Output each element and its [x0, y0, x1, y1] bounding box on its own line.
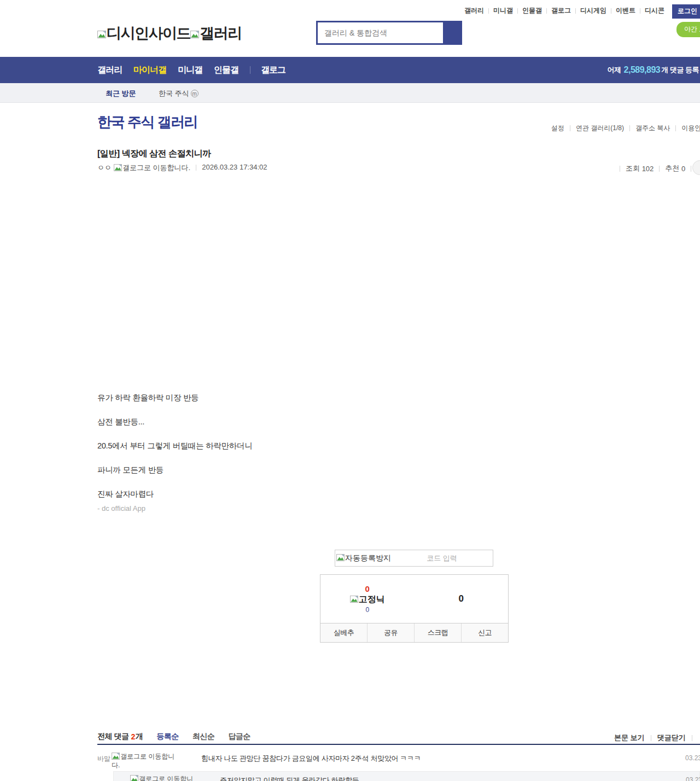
author-gallog-link[interactable]: 갤로그로 이동합니다. — [114, 163, 190, 173]
captcha-image: 자동등록방지 — [336, 553, 391, 563]
divider — [250, 66, 250, 74]
post-meta: ㅇㅇ 갤로그로 이동합니다. 2026.03.23 17:34:02 — [97, 163, 267, 173]
divider — [575, 8, 576, 14]
logo-text-dcinside: 디시인사이드 — [107, 24, 190, 43]
fixed-nick-count: 0 — [320, 606, 415, 614]
sort-newest-tab[interactable]: 최신순 — [192, 732, 215, 742]
comment-row: 바말 갤로그로 이동합니다. 힘내자 나도 관망단 꿈참다가 금요일에 사자마자… — [97, 753, 700, 769]
divider — [611, 8, 611, 14]
topbar-links: 갤러리 미니갤 인물갤 갤로그 디시게임 이벤트 디시콘 — [464, 6, 664, 15]
topbar-link-event[interactable]: 이벤트 — [616, 6, 635, 15]
comments-header: 전체 댓글 2 개 등록순 최신순 답글순 — [97, 732, 250, 742]
scrap-button[interactable]: 스크랩 — [414, 623, 461, 642]
nav-item-person-gallery[interactable]: 인물갤 — [214, 65, 238, 76]
usage-guide-link[interactable]: 이용안내 — [681, 124, 700, 133]
view-post-link[interactable]: 본문 보기 — [614, 733, 645, 743]
site-logo[interactable]: 디시인사이드 갤러리 — [97, 24, 242, 43]
captcha-input[interactable] — [391, 551, 493, 566]
post-paragraph: 진짜 살자마렵다 — [97, 489, 154, 499]
post-date: 2026.03.23 17:34:02 — [202, 163, 267, 171]
search-box — [316, 21, 462, 45]
recent-visit-label[interactable]: 최근 방문 — [106, 89, 136, 98]
recommend-label: 추천 — [665, 164, 679, 173]
comments-total-label: 전체 댓글 — [97, 732, 129, 742]
breadcrumb-gallery-link[interactable]: 한국 주식 m — [159, 89, 199, 98]
broken-image-icon — [114, 164, 122, 173]
divider — [517, 8, 518, 14]
views-count: 102 — [642, 165, 654, 173]
nav-item-gallery[interactable]: 갤러리 — [97, 65, 122, 76]
breadcrumb: 최근 방문 한국 주식 m — [0, 83, 700, 103]
logo-text-gallery: 갤러리 — [200, 24, 242, 43]
stats-suffix: 개 댓글 등록 — [661, 65, 699, 75]
post-paragraph: 유가 하락 환율하락 미장 반등 — [97, 393, 199, 403]
login-button[interactable]: 로그인 — [672, 4, 700, 19]
divider — [659, 166, 660, 172]
comment-text: 힘내자 나도 관망단 꿈참다가 금요일에 사자마자 2주석 처맞았어 ㅋㅋㅋ — [201, 754, 421, 763]
post-title: [일반] 넥장에 삼전 손절치니까 — [97, 148, 211, 160]
comments-total-count: 2 — [131, 732, 135, 741]
divider — [196, 165, 196, 171]
night-mode-button[interactable]: 야간 모드 — [676, 22, 700, 37]
topbar-link-gallog[interactable]: 갤로그 — [551, 6, 571, 15]
upvote-area[interactable]: 0 고정닉 0 — [320, 584, 415, 614]
fixed-nick-label: 고정닉 — [359, 594, 385, 605]
nav-items: 갤러리 마이너갤 미니갤 인물갤 갤로그 — [97, 57, 297, 83]
search-input[interactable] — [318, 22, 443, 43]
vote-main: 0 고정닉 0 0 — [320, 574, 509, 623]
nav-item-minor-gallery[interactable]: 마이너갤 — [133, 65, 166, 76]
captcha-box: 자동등록방지 — [335, 550, 493, 567]
comment-gallog-link[interactable]: 갤로그로 이동합니다. — [112, 753, 175, 769]
search-button[interactable] — [443, 22, 460, 43]
related-galleries-link[interactable]: 연관 갤러리(1/8) — [576, 124, 624, 133]
close-comments-link[interactable]: 댓글닫기 — [657, 733, 686, 743]
divider — [640, 8, 640, 14]
nav-item-mini-gallery[interactable]: 미니갤 — [178, 65, 202, 76]
broken-image-icon — [350, 595, 358, 605]
fixed-nick-row: 고정닉 — [320, 594, 415, 605]
sort-registered-tab[interactable]: 등록순 — [156, 732, 179, 742]
downvote-count: 0 — [415, 593, 509, 604]
stats-count: 2,589,893 — [624, 65, 661, 75]
downvote-area[interactable]: 0 — [415, 593, 509, 604]
broken-image-icon — [130, 775, 138, 781]
nav-item-gallog[interactable]: 갤로그 — [261, 65, 285, 76]
captcha-alt-text: 자동등록방지 — [345, 553, 391, 563]
dc-app-signature: - dc official App — [97, 504, 145, 512]
post-paragraph: 20.5에서 부터 그렇게 버틸때는 하락만하더니 — [97, 441, 252, 451]
gallog-alt-text: 갤로그로 이동합니다. — [130, 775, 193, 781]
copy-gallery-url-link[interactable]: 갤주소 복사 — [635, 124, 670, 133]
broken-image-icon — [190, 25, 199, 42]
divider — [629, 125, 630, 131]
broken-image-icon — [112, 753, 120, 761]
divider — [651, 735, 651, 741]
comment-stats: 어제 2,589,893 개 댓글 등록 — [608, 57, 699, 83]
comment-author: 바말 — [97, 754, 110, 763]
comment-reply-content: 갤로그로 이동합니다. 주저앉지말고 이럴때 되게 올라갔다 하락할듯 — [130, 775, 699, 781]
topbar-link-person-gal[interactable]: 인물갤 — [522, 6, 542, 15]
silbechu-button[interactable]: 실베추 — [320, 623, 367, 642]
post-author: ㅇㅇ — [97, 163, 112, 173]
divider — [488, 8, 489, 14]
broken-image-icon — [97, 25, 106, 42]
share-button[interactable]: 공유 — [367, 623, 414, 642]
comment-date: 03.23 — [686, 776, 700, 781]
topbar-link-gallery[interactable]: 갤러리 — [464, 6, 484, 15]
divider — [570, 125, 570, 131]
topbar-link-minigal[interactable]: 미니갤 — [493, 6, 513, 15]
vote-buttons: 실베추 공유 스크랩 신고 — [320, 623, 509, 643]
views-label: 조회 — [626, 164, 640, 173]
sort-reply-tab[interactable]: 답글순 — [228, 732, 250, 742]
post-stats: 조회 102 추천 0 — [614, 164, 697, 173]
topbar-link-dccon[interactable]: 디시콘 — [645, 6, 664, 15]
page-title[interactable]: 한국 주식 갤러리 — [97, 113, 197, 132]
comments-total-suffix: 개 — [136, 732, 143, 742]
topbar-link-dcgame[interactable]: 디시게임 — [580, 6, 606, 15]
comment-gallog-link[interactable]: 갤로그로 이동합니다. — [130, 775, 194, 781]
report-button[interactable]: 신고 — [461, 623, 508, 642]
minor-gallery-badge-icon: m — [191, 90, 199, 97]
settings-link[interactable]: 설정 — [551, 124, 564, 133]
breadcrumb-gallery-name: 한국 주식 — [159, 89, 189, 98]
broken-image-icon — [336, 554, 345, 563]
main-navbar: 갤러리 마이너갤 미니갤 인물갤 갤로그 어제 2,589,893 개 댓글 등… — [0, 57, 700, 83]
